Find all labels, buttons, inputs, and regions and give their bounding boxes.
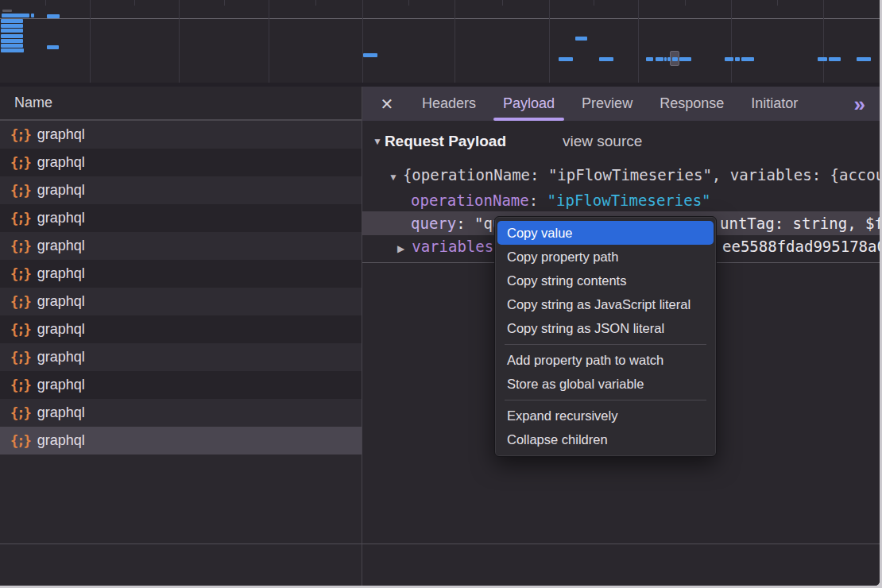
details-tabs: HeadersPayloadPreviewResponseInitiator: [408, 87, 811, 121]
request-name: graphql: [37, 432, 85, 449]
request-name: graphql: [37, 349, 85, 366]
request-row-graphql[interactable]: {;}graphql: [0, 399, 362, 427]
column-header-label: Name: [14, 95, 52, 111]
overview-tick: [45, 0, 46, 6]
table-bottom-divider: [0, 544, 880, 544]
overview-request-bar: [829, 57, 841, 61]
payload-row-operationname[interactable]: operationName: "ipFlowTimeseries": [362, 188, 880, 212]
key-separator: :: [456, 215, 474, 232]
overview-request-bar: [1, 34, 23, 38]
request-payload-section-header[interactable]: ▼ Request Payload view source: [362, 129, 880, 154]
overview-tick: [134, 0, 135, 6]
overview-tick: [777, 0, 778, 6]
json-braces-icon: {;}: [10, 211, 30, 226]
request-name: graphql: [37, 293, 85, 310]
property-key: operationName: [411, 191, 529, 209]
overview-request-bar: [599, 57, 613, 61]
request-name: graphql: [37, 126, 85, 143]
overview-gridline: [455, 0, 455, 83]
menu-item-collapse-children[interactable]: Collapse children: [497, 427, 714, 451]
property-value-tail: untTag: string, $f: [720, 211, 880, 235]
overview-request-bar: [656, 57, 663, 61]
payload-preview-text: {operationName: "ipFlowTimeseries", vari…: [403, 166, 880, 184]
tab-payload[interactable]: Payload: [491, 87, 567, 121]
overview-gray-bar: [2, 10, 12, 12]
overview-request-bar: [857, 57, 871, 61]
overview-request-bar: [646, 57, 653, 61]
key-separator: :: [529, 191, 547, 209]
overview-request-bar: [47, 14, 60, 18]
overview-request-bar: [667, 57, 671, 61]
request-row-graphql[interactable]: {;}graphql: [0, 427, 362, 455]
json-braces-icon: {;}: [10, 405, 30, 421]
menu-item-add-property-path-to-watch[interactable]: Add property path to watch: [497, 348, 714, 372]
request-row-graphql[interactable]: {;}graphql: [0, 343, 362, 371]
json-braces-icon: {;}: [10, 183, 30, 199]
menu-item-copy-value[interactable]: Copy value: [497, 221, 714, 245]
overflow-tabs-icon[interactable]: »: [854, 96, 880, 112]
menu-item-expand-recursively[interactable]: Expand recursively: [497, 404, 714, 427]
expand-triangle-icon[interactable]: ▶: [397, 243, 404, 254]
request-row-graphql[interactable]: {;}graphql: [0, 121, 362, 149]
network-overview-timeline[interactable]: [0, 0, 880, 83]
tab-response[interactable]: Response: [648, 87, 736, 121]
menu-item-copy-string-as-json-literal[interactable]: Copy string as JSON literal: [497, 316, 714, 340]
request-row-graphql[interactable]: {;}graphql: [0, 371, 362, 399]
json-braces-icon: {;}: [10, 433, 30, 449]
collapse-triangle-icon[interactable]: ▼: [389, 172, 398, 183]
section-title: Request Payload: [385, 133, 506, 150]
overview-tick: [594, 0, 594, 6]
overview-gridline: [731, 0, 732, 83]
overview-gridline: [90, 0, 91, 83]
request-row-graphql[interactable]: {;}graphql: [0, 149, 362, 176]
menu-separator: [505, 400, 706, 400]
overview-request-bar: [575, 37, 587, 41]
overview-request-bar: [1, 39, 23, 43]
menu-item-copy-string-as-javascript-literal[interactable]: Copy string as JavaScript literal: [497, 292, 714, 316]
overview-request-bar: [672, 57, 678, 61]
json-braces-icon: {;}: [10, 238, 30, 254]
column-header-name[interactable]: Name: [0, 87, 362, 121]
tab-headers[interactable]: Headers: [410, 87, 488, 121]
property-key: variables: [412, 238, 493, 255]
close-icon[interactable]: ✕: [373, 95, 400, 114]
overview-request-bar: [47, 45, 59, 49]
property-key: query: [411, 215, 456, 232]
request-row-graphql[interactable]: {;}graphql: [0, 204, 362, 232]
property-value-tail: ee5588fdad995178a0: [722, 234, 880, 258]
request-row-graphql[interactable]: {;}graphql: [0, 176, 362, 204]
overview-gridline: [549, 0, 550, 83]
json-braces-icon: {;}: [10, 377, 30, 393]
request-name: graphql: [37, 238, 85, 254]
json-braces-icon: {;}: [10, 294, 30, 310]
request-row-graphql[interactable]: {;}graphql: [0, 315, 362, 343]
overview-gridline: [823, 0, 824, 83]
overview-tick: [502, 0, 503, 6]
tab-preview[interactable]: Preview: [570, 87, 644, 121]
property-value: "ipFlowTimeseries": [547, 191, 711, 209]
json-braces-icon: {;}: [10, 322, 30, 338]
overview-lane-divider: [0, 18, 880, 19]
menu-item-copy-property-path[interactable]: Copy property path: [497, 245, 714, 269]
request-row-graphql[interactable]: {;}graphql: [0, 288, 362, 315]
menu-item-store-as-global-variable[interactable]: Store as global variable: [497, 372, 714, 396]
overview-tick: [224, 0, 225, 6]
overview-request-bar: [1, 48, 24, 52]
request-row-graphql[interactable]: {;}graphql: [0, 232, 362, 260]
menu-separator: [505, 344, 706, 345]
overview-gridline: [179, 0, 180, 83]
request-name: graphql: [37, 321, 85, 338]
overview-request-bar: [664, 57, 667, 61]
request-name: graphql: [37, 377, 85, 393]
payload-preview-row[interactable]: ▼{operationName: "ipFlowTimeseries", var…: [362, 163, 880, 187]
overview-request-bar: [1, 29, 23, 33]
menu-item-copy-string-contents[interactable]: Copy string contents: [497, 269, 714, 292]
overview-gridline: [269, 0, 269, 83]
json-braces-icon: {;}: [10, 155, 30, 171]
tab-initiator[interactable]: Initiator: [739, 87, 810, 121]
collapse-triangle-icon[interactable]: ▼: [373, 136, 382, 147]
request-name: graphql: [37, 154, 85, 171]
view-source-link[interactable]: view source: [563, 133, 642, 150]
request-name: graphql: [37, 210, 85, 226]
request-row-graphql[interactable]: {;}graphql: [0, 260, 362, 288]
